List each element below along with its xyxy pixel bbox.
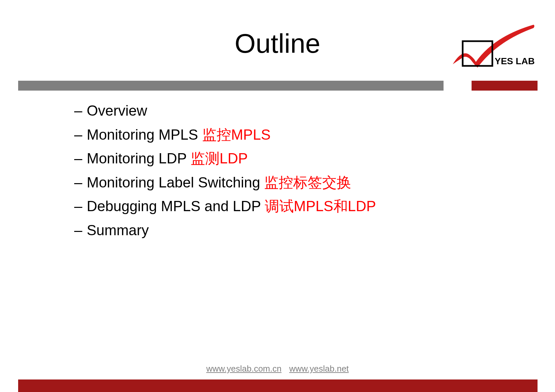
footer-link-2[interactable]: www.yeslab.net bbox=[289, 364, 349, 374]
list-item: –Overview bbox=[74, 99, 470, 123]
item-zh: 监测LDP bbox=[191, 150, 248, 166]
footer-link-1[interactable]: www.yeslab.com.cn bbox=[206, 364, 281, 374]
item-en: Monitoring LDP bbox=[87, 150, 186, 166]
list-item: –Monitoring LDP 监测LDP bbox=[74, 147, 470, 171]
footer-links: www.yeslab.com.cn www.yeslab.net bbox=[0, 364, 555, 374]
item-zh: 监控MPLS bbox=[202, 126, 271, 143]
item-en: Overview bbox=[87, 102, 147, 119]
logo-text: YES LAB bbox=[495, 56, 535, 66]
item-en: Monitoring Label Switching bbox=[87, 174, 260, 190]
list-item: –Monitoring MPLS 监控MPLS bbox=[74, 123, 470, 147]
item-en: Summary bbox=[87, 222, 149, 238]
outline-list: –Overview –Monitoring MPLS 监控MPLS –Monit… bbox=[74, 99, 470, 242]
item-zh: 调试MPLS和LDP bbox=[265, 198, 376, 214]
list-item: –Monitoring Label Switching 监控标签交换 bbox=[74, 171, 470, 195]
item-en: Monitoring MPLS bbox=[87, 126, 198, 143]
divider-grey bbox=[18, 81, 444, 91]
divider-red bbox=[472, 81, 538, 91]
item-en: Debugging MPLS and LDP bbox=[87, 198, 261, 214]
list-item: –Summary bbox=[74, 218, 470, 242]
logo: YES LAB bbox=[451, 23, 537, 76]
item-zh: 监控标签交换 bbox=[264, 174, 351, 190]
footer-bar bbox=[18, 379, 538, 392]
slide: Outline YES LAB –Overview –Monitoring MP… bbox=[0, 0, 555, 392]
yeslab-logo-svg: YES LAB bbox=[451, 23, 537, 76]
list-item: –Debugging MPLS and LDP 调试MPLS和LDP bbox=[74, 194, 470, 218]
